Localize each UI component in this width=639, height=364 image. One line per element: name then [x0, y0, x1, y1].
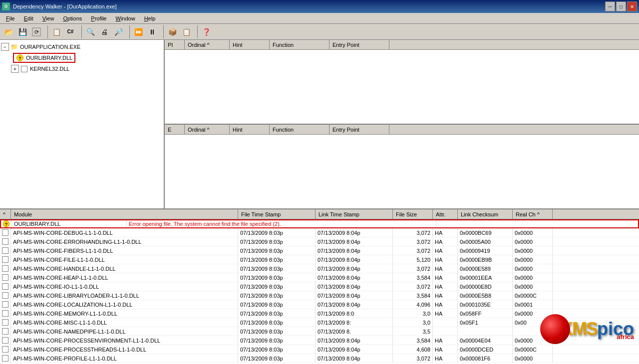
mod-col-sort[interactable]: ^: [0, 209, 11, 219]
menu-file[interactable]: File: [2, 14, 19, 22]
mod-cell-icon: [0, 318, 11, 327]
menu-window[interactable]: Window: [111, 14, 139, 22]
tree-node-kernel32[interactable]: + KERNEL32.DLL: [0, 64, 164, 74]
table-row[interactable]: API-MS-WIN-CORE-HEAP-L1-1-0.DLL 07/13/20…: [0, 273, 639, 282]
menu-view[interactable]: View: [38, 14, 58, 22]
tb-csharp[interactable]: C#: [64, 25, 77, 38]
mod-cell-icon: [0, 264, 11, 273]
upper-col-ordinal[interactable]: Ordinal ^: [185, 40, 230, 49]
maximize-button[interactable]: □: [616, 1, 626, 11]
table-row[interactable]: API-MS-WIN-CORE-MEMORY-L1-1-0.DLL 07/13/…: [0, 309, 639, 318]
tb-open[interactable]: 📂: [2, 25, 15, 38]
mod-col-filesize[interactable]: File Size: [393, 209, 433, 219]
mod-col-linktime[interactable]: Link Time Stamp: [316, 209, 393, 219]
mod-cell-linkchecksum: 0x0000E5B8: [458, 291, 513, 300]
tb-copy1[interactable]: 📋: [50, 25, 63, 38]
tb-refresh[interactable]: ⟳: [30, 25, 43, 38]
mod-cell-attr: [433, 327, 458, 336]
table-row[interactable]: API-MS-WIN-CORE-MISC-L1-1-0.DLL 07/13/20…: [0, 318, 639, 327]
tb-copy2[interactable]: 📋: [180, 25, 193, 38]
mod-col-filetime[interactable]: File Time Stamp: [238, 209, 316, 219]
mod-cell-icon: [0, 300, 11, 309]
mod-cell-linkchecksum: [458, 327, 513, 336]
table-row[interactable]: API-MS-WIN-CORE-PROCESSENVIRONMENT-L1-1-…: [0, 336, 639, 345]
mod-cell-linktime: 07/13/2009 8:04p: [316, 282, 393, 291]
tree-collapse-app[interactable]: −: [1, 43, 9, 51]
mod-cell-attr: HA: [433, 237, 458, 246]
mod-cell-linkchecksum: 0x00000E8D: [458, 282, 513, 291]
upper-col-pi[interactable]: PI: [165, 40, 185, 49]
table-row[interactable]: API-MS-WIN-CORE-NAMEDPIPE-L1-1-0.DLL 07/…: [0, 327, 639, 336]
mod-cell-attr: HA: [433, 354, 458, 363]
tb-next[interactable]: ⏩: [132, 25, 145, 38]
tree-node-app[interactable]: − 📁 OURAPPLICATION.EXE: [0, 42, 164, 52]
mod-cell-name: OURLIBRARY.DLL: [12, 220, 127, 227]
mod-cell-filesize: 3,584: [393, 291, 433, 300]
upper-col-hint[interactable]: Hint: [230, 40, 270, 49]
tb-pkg[interactable]: 📦: [166, 25, 179, 38]
menu-help[interactable]: Help: [140, 14, 160, 22]
mod-cell-linkchecksum: 0x0000BC69: [458, 228, 513, 237]
lower-col-hint[interactable]: Hint: [230, 125, 270, 134]
window-controls[interactable]: ─ □ ✕: [605, 1, 637, 11]
table-row[interactable]: API-MS-WIN-CORE-PROCESSTHREADS-L1-1-0.DL…: [0, 345, 639, 354]
mod-cell-linkchecksum: 0x05F1: [458, 318, 513, 327]
mod-cell-filesize: 3,072: [393, 282, 433, 291]
table-row[interactable]: API-MS-WIN-CORE-HANDLE-L1-1-0.DLL 07/13/…: [0, 264, 639, 273]
table-row[interactable]: API-MS-WIN-CORE-FILE-L1-1-0.DLL 07/13/20…: [0, 255, 639, 264]
mod-cell-filetime: 07/13/2009 8:03p: [238, 228, 316, 237]
checkbox-icon: [2, 292, 8, 299]
upper-col-entrypoint[interactable]: Entry Point: [329, 40, 389, 49]
table-row[interactable]: API-MS-WIN-CORE-ERRORHANDLING-L1-1-0.DLL…: [0, 237, 639, 246]
table-row[interactable]: ? OURLIBRARY.DLL Error opening file. The…: [0, 219, 639, 228]
table-row[interactable]: API-MS-WIN-CORE-LOCALIZATION-L1-1-0.DLL …: [0, 300, 639, 309]
mod-cell-linktime: 07/13/2009 8:04p: [316, 228, 393, 237]
table-row[interactable]: API-MS-WIN-CORE-PROFILE-L1-1-0.DLL 07/13…: [0, 354, 639, 363]
close-button[interactable]: ✕: [627, 1, 637, 11]
tb-pause[interactable]: ⏸: [146, 25, 159, 38]
upper-col-function[interactable]: Function: [270, 40, 329, 49]
table-row[interactable]: API-MS-WIN-CORE-LIBRARYLOADER-L1-1-0.DLL…: [0, 291, 639, 300]
tb-help[interactable]: ❓: [200, 25, 213, 38]
lower-col-e[interactable]: E: [165, 125, 185, 134]
mod-col-module[interactable]: Module: [11, 209, 238, 219]
mod-cell-linktime: 07/13/2009 8:04p: [316, 300, 393, 309]
mod-col-realch[interactable]: Real Ch ^: [513, 209, 553, 219]
mod-col-attr[interactable]: Attr.: [433, 209, 458, 219]
menu-edit[interactable]: Edit: [20, 14, 37, 22]
table-row[interactable]: API-MS-WIN-CORE-IO-L1-1-0.DLL 07/13/2009…: [0, 282, 639, 291]
minimize-button[interactable]: ─: [605, 1, 615, 11]
menu-profile[interactable]: Profile: [87, 14, 110, 22]
tree-node-ourlibrary[interactable]: ? OURLIBRARY.DLL: [13, 53, 75, 63]
tb-search[interactable]: 🔍: [84, 25, 97, 38]
mod-col-linkchecksum[interactable]: Link Checksum: [458, 209, 513, 219]
tree-label-kernel32: KERNEL32.DLL: [30, 66, 70, 72]
mod-cell-name: API-MS-WIN-CORE-DEBUG-L1-1-0.DLL: [11, 228, 238, 237]
tb-sep5: [195, 25, 198, 38]
tb-save[interactable]: 💾: [16, 25, 29, 38]
upper-content-area: [165, 50, 639, 124]
mod-cell-attr: HA: [433, 246, 458, 255]
mod-cell-linktime: 07/13/2009 8:04p: [316, 336, 393, 345]
mod-cell-attr: HA: [433, 282, 458, 291]
svg-text:⟳: ⟳: [34, 29, 39, 35]
checkbox-icon: [2, 319, 8, 326]
checkbox-icon: [2, 265, 8, 272]
mod-cell-name: API-MS-WIN-CORE-PROCESSTHREADS-L1-1-0.DL…: [11, 345, 238, 354]
table-row[interactable]: API-MS-WIN-CORE-FIBERS-L1-1-0.DLL 07/13/…: [0, 246, 639, 255]
menu-options[interactable]: Options: [59, 14, 86, 22]
lower-content-area: [165, 135, 639, 208]
tree-expand-kernel32[interactable]: +: [11, 65, 19, 73]
tb-print[interactable]: 🖨: [98, 25, 111, 38]
lower-col-function[interactable]: Function: [270, 125, 329, 134]
mod-cell-name: API-MS-WIN-CORE-FIBERS-L1-1-0.DLL: [11, 246, 238, 255]
mod-cell-filesize: 3,0: [393, 318, 433, 327]
table-row[interactable]: API-MS-WIN-CORE-DEBUG-L1-1-0.DLL 07/13/2…: [0, 228, 639, 237]
lower-col-ordinal[interactable]: Ordinal ^: [185, 125, 230, 134]
mod-cell-attr: [433, 318, 458, 327]
mod-cell-linktime: 07/13/2009 8:04p: [316, 246, 393, 255]
lower-col-entrypoint[interactable]: Entry Point: [329, 125, 389, 134]
mod-cell-name: API-MS-WIN-CORE-PROCESSENVIRONMENT-L1-1-…: [11, 336, 238, 345]
title-bar: ⚙ Dependency Walker - [OurApplication.ex…: [0, 0, 639, 13]
tb-zoom[interactable]: 🔎: [112, 25, 125, 38]
